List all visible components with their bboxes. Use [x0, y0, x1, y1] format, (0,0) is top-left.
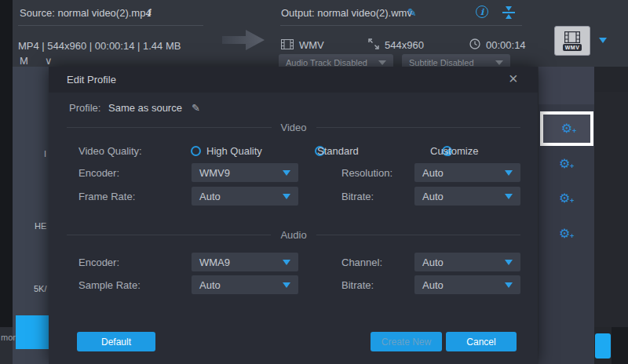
video-section-title: Video: [281, 122, 307, 133]
merge-icon[interactable]: [502, 5, 516, 20]
convert-button-fragment[interactable]: [595, 333, 611, 359]
video-bitrate-label: Bitrate:: [341, 191, 374, 202]
dialog-header: [49, 67, 538, 93]
dropdown-arrow-icon: [283, 194, 290, 199]
audio-bitrate-dropdown[interactable]: Auto: [414, 275, 520, 294]
profile-gear-selected[interactable]: ⚙+: [540, 111, 593, 146]
output-duration-text: 00:00:14: [486, 39, 526, 51]
resolution-value: Auto: [422, 167, 444, 179]
output-info-icon[interactable]: i: [476, 5, 488, 18]
audio-bitrate-label: Bitrate:: [341, 279, 374, 291]
resolution-icon: [368, 38, 379, 49]
gear-plus-icon: ⚙+: [561, 122, 572, 135]
convert-arrow-icon: [222, 28, 265, 52]
gear-plus-icon: ⚙+: [559, 192, 570, 205]
output-format-text: WMV: [299, 39, 324, 51]
default-button[interactable]: Default: [77, 332, 155, 351]
create-new-button[interactable]: Create New: [371, 332, 442, 351]
output-file-label: Output: normal video(2).wmv: [281, 7, 412, 19]
audio-bitrate-value: Auto: [422, 279, 444, 291]
audio-encoder-dropdown[interactable]: WMA9: [192, 253, 298, 271]
video-bitrate-value: Auto: [422, 191, 444, 202]
background-fragment-1: I: [44, 149, 46, 158]
samplerate-label: Sample Rate:: [78, 279, 141, 291]
bottom-left-fragment: mor: [1, 333, 16, 342]
dropdown-arrow-icon: [505, 194, 513, 199]
output-divider: [280, 25, 522, 26]
source-divider: [18, 25, 203, 26]
format-dropdown-arrow-icon[interactable]: [599, 38, 607, 43]
channel-value: Auto: [422, 257, 444, 268]
samplerate-value: Auto: [199, 279, 221, 291]
audio-encoder-value: WMA9: [199, 257, 230, 268]
separator-line: [316, 127, 521, 128]
gear-plus-icon: ⚙+: [559, 158, 570, 170]
close-icon[interactable]: ×: [509, 71, 518, 86]
right-panel-top: [594, 67, 628, 92]
subtitle-dropdown-arrow-icon: [495, 60, 503, 65]
radio-customize-label[interactable]: Customize: [430, 145, 478, 157]
right-corner-dark: [612, 327, 628, 364]
source-meta: MP4 | 544x960 | 00:00:14 | 1.44 MB: [18, 40, 181, 52]
left-edge-panel: [0, 0, 13, 364]
audio-encoder-label: Encoder:: [78, 257, 119, 268]
video-encoder-label: Encoder:: [78, 167, 119, 179]
output-resolution-text: 544x960: [385, 39, 424, 51]
cancel-button[interactable]: Cancel: [446, 332, 517, 351]
gear-plus-icon: ⚙+: [559, 228, 570, 240]
samplerate-dropdown[interactable]: Auto: [192, 275, 298, 294]
dropdown-arrow-icon: [283, 260, 290, 265]
radio-standard-label[interactable]: Standard: [317, 145, 359, 157]
output-format-button[interactable]: WMV: [554, 26, 590, 56]
profile-label: Profile:: [69, 102, 100, 114]
resolution-dropdown[interactable]: Auto: [414, 163, 520, 182]
rename-output-icon[interactable]: ✎: [407, 6, 417, 19]
edit-tool-icon[interactable]: M: [20, 55, 28, 67]
background-blue-button-fragment: [16, 315, 49, 349]
framerate-label: Frame Rate:: [78, 191, 135, 202]
chevron-down-icon[interactable]: ∨: [45, 55, 53, 67]
separator-line: [67, 127, 272, 128]
channel-dropdown[interactable]: Auto: [414, 253, 520, 271]
video-encoder-value: WMV9: [199, 167, 230, 179]
profile-value: Same as source: [108, 102, 182, 114]
channel-label: Channel:: [341, 257, 382, 268]
audio-section-title: Audio: [280, 229, 306, 241]
right-panel: [594, 92, 628, 327]
radio-high-quality[interactable]: [191, 146, 201, 156]
video-encoder-dropdown[interactable]: WMV9: [192, 163, 298, 182]
dropdown-arrow-icon: [505, 282, 513, 288]
separator-line: [67, 235, 271, 235]
format-film-icon: [564, 31, 580, 43]
app-window: Source: normal video(2).mp4 i MP4 | 544x…: [0, 0, 628, 364]
clock-icon: [469, 38, 480, 49]
background-fragment-3: 5K/: [34, 284, 47, 293]
audio-section-separator: Audio: [67, 229, 520, 241]
radio-high-quality-label[interactable]: High Quality: [206, 145, 262, 157]
audio-track-dropdown-arrow-icon: [378, 60, 386, 65]
format-badge: WMV: [563, 44, 582, 51]
edit-profile-name-icon[interactable]: ✎: [192, 102, 200, 114]
dropdown-arrow-icon: [505, 170, 513, 176]
framerate-value: Auto: [199, 191, 221, 202]
source-info-icon[interactable]: i: [147, 7, 151, 19]
resolution-label: Resolution:: [341, 167, 392, 179]
source-file-label: Source: normal video(2).mp4: [20, 7, 152, 19]
dropdown-arrow-icon: [283, 282, 290, 288]
profile-gear-2[interactable]: ⚙+: [559, 157, 570, 171]
profile-sidebar-header: [539, 67, 594, 104]
profile-gear-3[interactable]: ⚙+: [559, 191, 570, 206]
dialog-title: Edit Profile: [67, 74, 116, 86]
video-bitrate-dropdown[interactable]: Auto: [414, 187, 520, 206]
framerate-dropdown[interactable]: Auto: [192, 187, 298, 206]
video-section-separator: Video: [67, 122, 520, 133]
dropdown-arrow-icon: [505, 260, 513, 265]
edit-profile-dialog: Edit Profile × Profile: Same as source ✎…: [49, 67, 538, 364]
background-fragment-2: HE: [35, 221, 46, 231]
separator-line: [316, 235, 520, 235]
film-icon: [281, 39, 294, 49]
profile-gear-4[interactable]: ⚙+: [559, 227, 570, 241]
video-quality-label: Video Quality:: [78, 145, 142, 157]
dropdown-arrow-icon: [283, 170, 290, 176]
